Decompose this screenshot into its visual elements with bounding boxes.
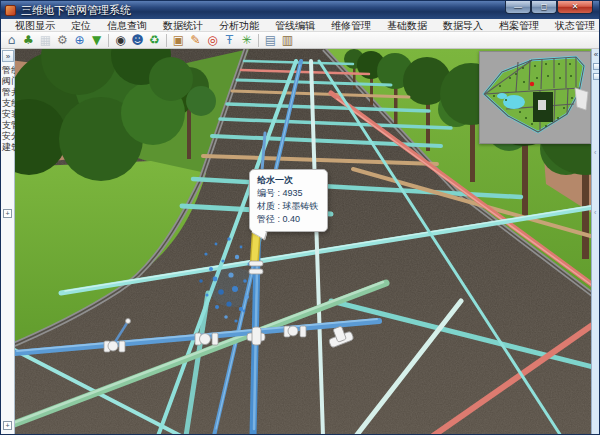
valve[interactable] <box>284 326 306 337</box>
flower-icon: ✳ <box>241 33 251 47</box>
refresh-icon: ♻ <box>149 33 160 47</box>
menu-maintenance[interactable]: 维修管理 <box>323 19 379 32</box>
book-button[interactable]: ▥ <box>279 32 296 48</box>
menu-locate[interactable]: 定位 <box>63 19 99 32</box>
expand-node-button[interactable]: + <box>3 209 12 218</box>
valve[interactable] <box>195 333 218 345</box>
menu-base-data[interactable]: 基础数据 <box>379 19 435 32</box>
minimap-building <box>575 88 588 110</box>
tooltip-line-diameter: 管径 : 0.40 <box>257 213 319 226</box>
flange[interactable] <box>249 269 263 274</box>
menu-analysis[interactable]: 分析功能 <box>211 19 267 32</box>
faucet-button[interactable]: Ŧ <box>221 32 238 48</box>
menu-archive[interactable]: 档案管理 <box>491 19 547 32</box>
document-button[interactable]: ▤ <box>262 32 279 48</box>
left-panel-collapsed: » 管线 阀门 管井 支线 安装 支管 安分 建筑 + + <box>1 49 15 435</box>
camera-icon: ◉ <box>115 33 125 47</box>
left-panel-items: 管线 阀门 管井 支线 安装 支管 安分 建筑 <box>1 65 15 153</box>
package-button[interactable]: ▣ <box>170 32 187 48</box>
lifebuoy-button[interactable]: ◎ <box>204 32 221 48</box>
left-panel-item[interactable]: 管井 <box>1 87 15 98</box>
flower-button[interactable]: ✳ <box>238 32 255 48</box>
minimize-button[interactable]: — <box>505 1 531 14</box>
toolbar: ⌂ ♣ ▦ ⚙ ⊕ ▼ ◉ ☻ ♻ ▣ ✎ ◎ Ŧ ✳ ▤ ▥ <box>1 32 599 49</box>
faucet-icon: Ŧ <box>226 33 233 47</box>
globe-icon: ⊕ <box>74 33 84 47</box>
edit-button[interactable]: ✎ <box>187 32 204 48</box>
menu-status[interactable]: 状态管理 <box>547 19 600 32</box>
left-panel-item[interactable]: 安装 <box>1 109 15 120</box>
book-icon: ▥ <box>282 33 293 47</box>
close-button[interactable]: ✕ <box>557 1 593 14</box>
app-icon <box>5 5 16 16</box>
home-button[interactable]: ⌂ <box>3 32 20 48</box>
lifebuoy-icon: ◎ <box>207 33 217 47</box>
maximize-button[interactable]: ◻ <box>531 1 557 14</box>
menu-data-import[interactable]: 数据导入 <box>435 19 491 32</box>
user-button[interactable]: ☻ <box>129 32 146 48</box>
left-panel-item[interactable]: 阀门 <box>1 76 15 87</box>
left-panel-item[interactable]: 支管 <box>1 120 15 131</box>
user-icon: ☻ <box>131 33 144 47</box>
left-panel-expand-button[interactable]: » <box>2 50 14 62</box>
tooltip-line-id: 编号 : 4935 <box>257 187 319 200</box>
globe-button[interactable]: ⊕ <box>71 32 88 48</box>
flange[interactable] <box>249 261 263 266</box>
camera-button[interactable]: ◉ <box>112 32 129 48</box>
download-icon: ▼ <box>92 33 101 47</box>
left-panel-item[interactable]: 管线 <box>1 65 15 76</box>
package-icon: ▣ <box>173 33 184 47</box>
gear-button[interactable]: ⚙ <box>54 32 71 48</box>
minimap[interactable] <box>479 51 591 144</box>
tooltip-title: 给水一次 <box>257 174 319 187</box>
tooltip-line-material: 材质 : 球墨铸铁 <box>257 200 319 213</box>
document-icon: ▤ <box>265 33 276 47</box>
right-panel-collapsed: « ‹ ‹ <box>591 49 600 435</box>
toolbar-separator <box>258 34 259 47</box>
minimap-central-building <box>538 100 546 110</box>
menu-pipeline-edit[interactable]: 管线编辑 <box>267 19 323 32</box>
toolbar-separator <box>166 34 167 47</box>
refresh-button[interactable]: ♻ <box>146 32 163 48</box>
left-panel-item[interactable]: 支线 <box>1 98 15 109</box>
left-panel-item[interactable]: 建筑 <box>1 142 15 153</box>
minimap-pond <box>497 93 507 99</box>
minimap-position-marker <box>530 82 534 86</box>
app-window: 三维地下管网管理系统 — ◻ ✕ 视图显示 定位 信息查询 数据统计 分析功能 … <box>0 0 600 435</box>
panel-nav-up[interactable]: ‹ <box>594 149 596 156</box>
menu-data-stats[interactable]: 数据统计 <box>155 19 211 32</box>
pipe-info-tooltip: 给水一次 编号 : 4935 材质 : 球墨铸铁 管径 : 0.40 <box>249 169 328 232</box>
expand-node-button-bottom[interactable]: + <box>3 421 12 430</box>
tree-button[interactable]: ♣ <box>20 32 37 48</box>
map-button[interactable]: ▦ <box>37 32 54 48</box>
viewport-3d[interactable]: » 管线 阀门 管井 支线 安装 支管 安分 建筑 + + « ‹ ‹ <box>1 49 600 435</box>
title-bar: 三维地下管网管理系统 — ◻ ✕ <box>1 1 599 19</box>
minimap-canvas[interactable] <box>480 52 590 143</box>
layer-button[interactable] <box>593 73 600 80</box>
toolbar-separator <box>108 34 109 47</box>
tree-icon: ♣ <box>23 33 34 47</box>
menubar: 视图显示 定位 信息查询 数据统计 分析功能 管线编辑 维修管理 基础数据 数据… <box>1 19 599 32</box>
home-icon: ⌂ <box>8 33 16 47</box>
menu-view-display[interactable]: 视图显示 <box>7 19 63 32</box>
map-icon: ▦ <box>40 33 51 47</box>
left-panel-item[interactable]: 安分 <box>1 131 15 142</box>
window-title: 三维地下管网管理系统 <box>21 3 131 18</box>
window-controls: — ◻ ✕ <box>505 1 593 14</box>
menu-info-query[interactable]: 信息查询 <box>99 19 155 32</box>
panel-nav-down[interactable]: ‹ <box>594 209 596 216</box>
layer-button[interactable] <box>593 63 600 70</box>
download-button[interactable]: ▼ <box>88 32 105 48</box>
gear-icon: ⚙ <box>57 33 68 47</box>
edit-icon: ✎ <box>190 33 200 47</box>
right-panel-collapse-button[interactable]: « <box>592 50 600 60</box>
